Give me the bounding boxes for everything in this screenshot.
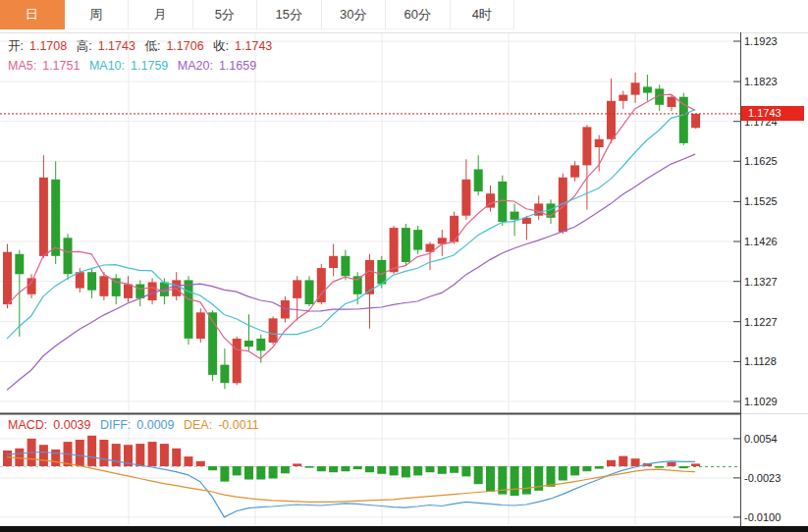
ma5-line — [7, 94, 695, 358]
ma10-label: MA10: — [89, 59, 125, 73]
svg-text:1.1823: 1.1823 — [744, 76, 778, 87]
svg-text:1.1426: 1.1426 — [744, 236, 778, 247]
candles-layer — [3, 73, 700, 389]
tab-15min[interactable]: 15分 — [257, 0, 322, 29]
tab-5min[interactable]: 5分 — [193, 0, 258, 29]
svg-text:0.0054: 0.0054 — [744, 433, 778, 445]
diff-line — [7, 452, 695, 517]
svg-text:1.1227: 1.1227 — [744, 316, 778, 328]
tab-30min[interactable]: 30分 — [322, 0, 387, 29]
dea-label: DEA: — [184, 418, 212, 432]
ma20-line — [7, 154, 695, 390]
high-value: 1.1743 — [98, 39, 135, 53]
macd-value: 0.0039 — [53, 418, 90, 432]
tab-week[interactable]: 周 — [65, 0, 130, 29]
close-value: 1.1743 — [235, 39, 272, 53]
ma20-value: 1.1659 — [219, 59, 256, 73]
svg-text:1.1625: 1.1625 — [744, 155, 778, 167]
close-label: 收: — [213, 39, 229, 53]
svg-text:1.1327: 1.1327 — [744, 276, 778, 288]
diff-value: 0.0009 — [136, 418, 174, 432]
svg-text:1.1128: 1.1128 — [744, 355, 777, 367]
high-label: 高: — [77, 39, 92, 53]
trading-chart-window: 1.19231.18231.17241.16251.15251.14261.13… — [0, 0, 808, 532]
macd-histogram — [3, 436, 700, 496]
ma10-line — [7, 110, 695, 340]
svg-text:-0.0023: -0.0023 — [744, 472, 781, 484]
chart-canvas[interactable]: 1.19231.18231.17241.16251.15251.14261.13… — [0, 0, 808, 532]
open-label: 开: — [8, 39, 24, 53]
dea-value: -0.0011 — [218, 418, 258, 432]
ma-row: MA5:1.1751 MA10:1.1759 MA20:1.1659 — [8, 59, 262, 73]
ohlc-row: 开:1.1708 高:1.1743 低:1.1706 收:1.1743 — [8, 38, 278, 55]
svg-text:-0.0100: -0.0100 — [744, 511, 781, 523]
svg-text:1.1029: 1.1029 — [744, 396, 778, 407]
last-price-badge: 1.1743 — [741, 106, 804, 121]
ma5-value: 1.1751 — [42, 59, 80, 73]
svg-text:1.1923: 1.1923 — [744, 35, 778, 47]
tab-day[interactable]: 日 — [0, 0, 65, 29]
tab-month[interactable]: 月 — [129, 0, 193, 29]
low-label: 低: — [144, 39, 160, 53]
price-axis-labels: 1.19231.18231.17241.16251.15251.14261.13… — [733, 35, 778, 407]
open-value: 1.1708 — [29, 39, 67, 53]
tab-4hour[interactable]: 4时 — [451, 0, 515, 29]
ma5-label: MA5: — [8, 59, 36, 73]
low-value: 1.1706 — [166, 39, 203, 53]
svg-text:1.1525: 1.1525 — [744, 195, 778, 207]
tab-60min[interactable]: 60分 — [386, 0, 451, 29]
ma20-label: MA20: — [178, 59, 213, 73]
diff-label: DIFF: — [100, 418, 131, 432]
macd-row: MACD:0.0039 DIFF:0.0009 DEA:-0.0011 — [8, 418, 265, 432]
timeframe-tabs: 日周月5分15分30分60分4时 — [0, 0, 514, 29]
dea-line — [7, 457, 695, 503]
ma10-value: 1.1759 — [131, 59, 168, 73]
macd-label: MACD: — [8, 418, 47, 432]
